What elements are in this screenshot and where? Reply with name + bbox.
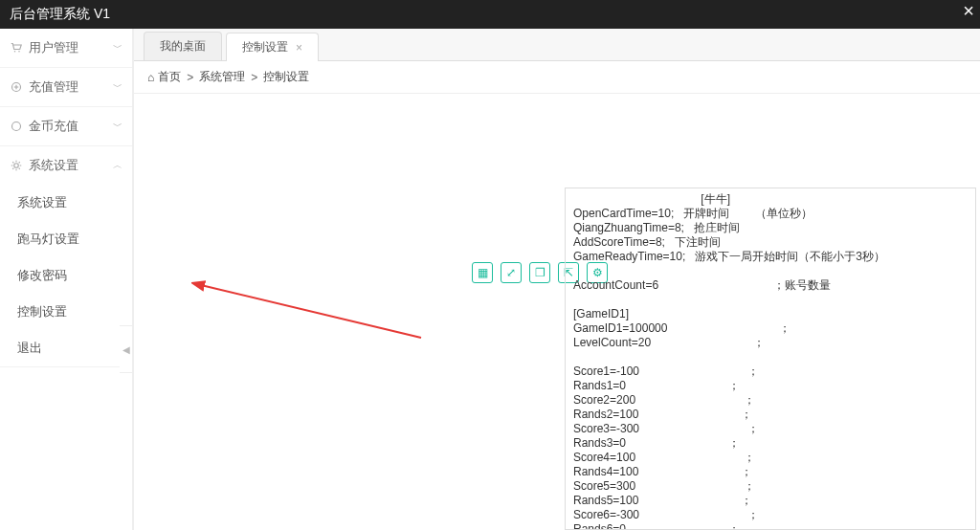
chevron-down-icon: ﹀ (113, 41, 122, 55)
svg-point-3 (12, 122, 21, 131)
window-titlebar: 后台管理系统 V1 × (0, 0, 980, 29)
sidebar-group-user[interactable]: 用户管理 ﹀ (0, 29, 132, 67)
tool-layout-icon[interactable]: ▦ (472, 262, 493, 283)
sidebar-group-label: 系统设置 (29, 157, 78, 174)
sidebar-group-system[interactable]: 系统设置 ︿ (0, 146, 132, 185)
breadcrumb-part: 控制设置 (263, 69, 309, 85)
breadcrumb-sep: > (251, 71, 257, 84)
tool-copy-icon[interactable]: ❐ (529, 262, 550, 283)
tab-desktop[interactable]: 我的桌面 (144, 32, 222, 60)
cart-icon (10, 41, 23, 55)
sidebar-item-control[interactable]: 控制设置 (0, 294, 132, 330)
sidebar-collapse-handle[interactable]: ◀ (120, 325, 133, 373)
breadcrumb-home[interactable]: 首页 (158, 69, 181, 85)
config-text-panel[interactable]: [牛牛] OpenCardTime=10; 开牌时间 （单位秒） QiangZh… (565, 188, 976, 530)
tab-bar: 我的桌面 控制设置 × (134, 29, 980, 61)
tab-label: 我的桌面 (160, 38, 206, 55)
close-icon[interactable]: × (963, 0, 974, 22)
sidebar-item-exit[interactable]: 退出 (0, 330, 132, 366)
chevron-up-icon: ︿ (113, 159, 122, 172)
coin-icon (10, 120, 23, 133)
breadcrumb-part[interactable]: 系统管理 (199, 69, 245, 85)
breadcrumb-sep: > (187, 71, 193, 84)
sidebar-group-coin[interactable]: 金币充值 ﹀ (0, 107, 132, 145)
chevron-down-icon: ﹀ (113, 120, 122, 133)
gear-icon (10, 159, 23, 172)
sidebar-item-system-settings[interactable]: 系统设置 (0, 185, 132, 221)
svg-point-0 (14, 51, 16, 53)
window-title: 后台管理系统 V1 (10, 6, 110, 23)
breadcrumb: ⌂ 首页 > 系统管理 > 控制设置 (134, 61, 980, 94)
tab-control[interactable]: 控制设置 × (226, 33, 319, 61)
tab-close-icon[interactable]: × (296, 41, 302, 55)
sidebar: 用户管理 ﹀ 充值管理 ﹀ 金币充值 ﹀ 系统设置 ︿ (0, 29, 134, 530)
annotation-arrow (191, 280, 440, 347)
home-icon[interactable]: ⌂ (147, 71, 154, 84)
svg-point-1 (18, 51, 20, 53)
sidebar-item-password[interactable]: 修改密码 (0, 257, 132, 294)
tool-expand-icon[interactable]: ⤢ (501, 262, 522, 283)
svg-line-5 (201, 285, 421, 338)
sidebar-group-recharge[interactable]: 充值管理 ﹀ (0, 68, 132, 106)
chevron-down-icon: ﹀ (113, 80, 122, 94)
tab-label: 控制设置 (242, 39, 288, 55)
sidebar-group-label: 用户管理 (29, 39, 78, 56)
sidebar-group-label: 金币充值 (29, 118, 78, 135)
sidebar-group-label: 充值管理 (29, 78, 78, 96)
svg-point-4 (14, 164, 19, 168)
sidebar-item-marquee[interactable]: 跑马灯设置 (0, 221, 132, 257)
plus-circle-icon (10, 80, 23, 94)
